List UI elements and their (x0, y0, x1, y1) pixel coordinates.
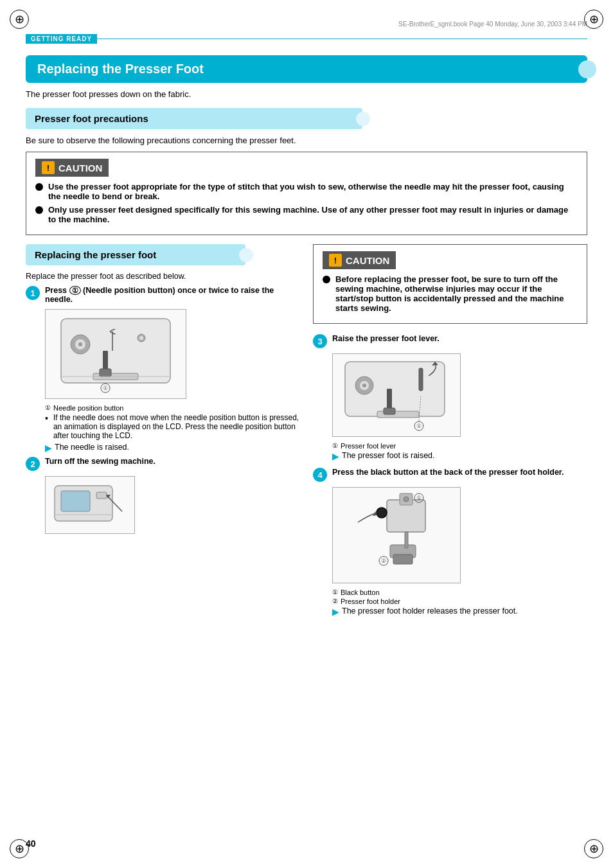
svg-text:①: ① (416, 495, 422, 501)
caution-right-header: ! CAUTION (323, 251, 396, 269)
step-2-illustration (45, 476, 135, 534)
bullet-right (323, 276, 330, 283)
arrow-note-foot-raised: ▶ The presser foot is raised. (332, 451, 587, 461)
step-1-content: Press ① (Needle position button) once or… (45, 286, 300, 304)
svg-rect-6 (100, 369, 111, 376)
svg-point-24 (362, 384, 366, 387)
step-2-num: 2 (26, 457, 40, 471)
annotation-needle-btn: ① Needle position button (45, 404, 300, 412)
step-4-svg: ① ② (335, 490, 458, 580)
caution-item-1: Use the presser foot appropriate for the… (35, 182, 578, 201)
svg-rect-27 (384, 408, 395, 414)
two-column-layout: Replacing the presser foot Replace the p… (26, 244, 587, 621)
step-4-illustration: ① ② (332, 487, 461, 583)
svg-rect-42 (405, 532, 408, 548)
step-4-content: Press the black button at the back of th… (332, 468, 587, 477)
step-4-num: 4 (313, 468, 327, 482)
annotation-foot-holder: ② Presser foot holder (332, 598, 587, 605)
sub-section-1-intro: Be sure to observe the following precaut… (26, 136, 587, 145)
bullet-2 (35, 206, 43, 214)
header-label: GETTING READY (26, 34, 97, 44)
step-1-illustration: ① (45, 309, 186, 399)
sub-section-2-intro: Replace the presser foot as described be… (26, 272, 300, 281)
step-4-row: 4 Press the black button at the back of … (313, 468, 587, 482)
step-2-row: 2 Turn off the sewing machine. (26, 457, 300, 471)
step-1-text: Press ① (Needle position button) once or… (45, 286, 274, 304)
main-title: Replacing the Presser Foot (26, 55, 587, 83)
annotation-presser-lever: ① Presser foot lever (332, 442, 587, 450)
step-4-text: Press the black button at the back of th… (332, 468, 564, 477)
svg-point-33 (404, 497, 409, 502)
step-1-row: 1 Press ① (Needle position button) once … (26, 286, 300, 304)
svg-point-34 (377, 508, 387, 518)
header-bar: GETTING READY (26, 34, 587, 44)
step-3-content: Raise the presser foot lever. (332, 334, 587, 343)
svg-text:①: ① (416, 423, 422, 429)
svg-text:②: ② (381, 558, 386, 564)
right-column: ! CAUTION Before replacing the presser f… (313, 244, 587, 621)
sub-section-1-title: Presser foot precautions (26, 108, 362, 129)
page: SE-BrotherE_sgml.book Page 40 Monday, Ju… (0, 0, 613, 868)
header-line (97, 39, 587, 39)
step-3-row: 3 Raise the presser foot lever. (313, 334, 587, 348)
page-number: 40 (26, 838, 36, 849)
warning-icon: ! (42, 161, 55, 174)
caution-main-header: ! CAUTION (35, 159, 109, 177)
step-2-content: Turn off the sewing machine. (45, 457, 300, 466)
sub-section-2-title: Replacing the presser foot (26, 244, 245, 265)
caution-main-box: ! CAUTION Use the presser foot appropria… (26, 152, 587, 235)
step-3-num: 3 (313, 334, 327, 348)
intro-text: The presser foot presses down on the fab… (26, 89, 587, 99)
svg-point-8 (139, 336, 143, 340)
svg-rect-14 (61, 491, 90, 511)
corner-mark-br (584, 839, 603, 858)
svg-rect-15 (96, 492, 107, 499)
step-2-svg (48, 479, 132, 531)
note-needle: If the needle does not move when the nee… (45, 413, 300, 440)
arrow-note-needle-raised: ▶ The needle is raised. (45, 443, 300, 453)
step-1-svg: ① (48, 312, 183, 396)
file-info: SE-BrotherE_sgml.book Page 40 Monday, Ju… (26, 21, 587, 28)
svg-text:①: ① (103, 385, 108, 391)
svg-rect-39 (393, 554, 413, 564)
step-3-text: Raise the presser foot lever. (332, 334, 440, 343)
step-2-text: Turn off the sewing machine. (45, 457, 155, 466)
left-column: Replacing the presser foot Replace the p… (26, 244, 300, 621)
bullet-1 (35, 183, 43, 191)
caution-right-box: ! CAUTION Before replacing the presser f… (313, 244, 587, 324)
arrow-note-foot-released: ▶ The presser foot holder releases the p… (332, 607, 587, 617)
svg-rect-25 (419, 368, 423, 391)
svg-point-5 (78, 342, 82, 346)
step-1-num: 1 (26, 286, 40, 300)
caution-right-item: Before replacing the presser foot, be su… (323, 274, 578, 313)
warning-icon-right: ! (329, 254, 342, 267)
step-3-illustration: ① (332, 353, 461, 437)
corner-mark-tl (10, 10, 29, 29)
caution-item-2: Only use presser feet designed specifica… (35, 205, 578, 224)
step-3-svg: ① (335, 357, 458, 434)
corner-mark-tr (584, 10, 603, 29)
annotation-black-btn: ① Black button (332, 589, 587, 596)
